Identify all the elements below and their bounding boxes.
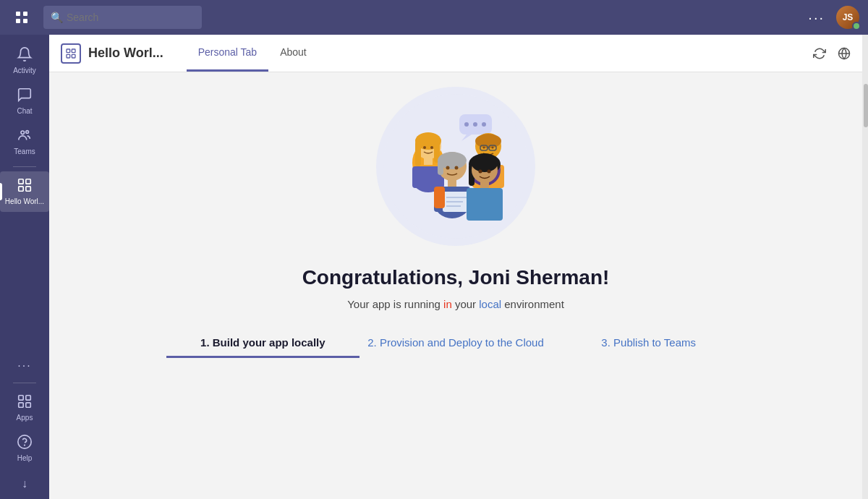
grid-icon[interactable]: [9, 10, 35, 25]
svg-point-63: [472, 155, 498, 172]
illustration: [376, 87, 535, 246]
bottom-arrow-icon: ↓: [22, 477, 27, 490]
refresh-button[interactable]: [813, 47, 826, 60]
svg-point-14: [18, 435, 31, 448]
sidebar-item-chat-label: Chat: [17, 107, 32, 116]
svg-rect-18: [67, 54, 70, 58]
sidebar-item-apps-label: Apps: [17, 414, 33, 422]
congrats-heading: Congratulations, Joni Sherman!: [302, 266, 610, 289]
activity-icon: [17, 46, 33, 64]
svg-point-65: [488, 170, 491, 174]
svg-point-24: [464, 122, 469, 127]
svg-rect-6: [19, 179, 23, 184]
svg-point-51: [455, 166, 459, 170]
app-header-right: [813, 47, 851, 60]
sidebar-item-activity-label: Activity: [13, 67, 36, 75]
svg-rect-35: [424, 158, 433, 165]
main-content: Congratulations, Joni Sherman! Your app …: [49, 72, 862, 499]
step-1[interactable]: 1. Build your app locally: [166, 336, 359, 365]
step-1-label: 1. Build your app locally: [200, 336, 326, 356]
svg-rect-10: [19, 396, 23, 400]
svg-point-34: [430, 146, 433, 149]
app-header: Hello Worl... Personal Tab About: [49, 35, 862, 72]
svg-point-39: [475, 134, 501, 148]
sidebar-item-help-label: Help: [17, 454, 33, 463]
sidebar-item-teams[interactable]: Teams: [0, 121, 49, 162]
svg-point-50: [446, 166, 450, 170]
teams-icon: [17, 127, 33, 145]
tab-personal-tab[interactable]: Personal Tab: [187, 35, 268, 72]
svg-point-64: [479, 170, 482, 174]
svg-rect-16: [67, 49, 70, 53]
svg-point-43: [483, 147, 485, 149]
sidebar-item-help[interactable]: Help: [0, 428, 49, 469]
app-tabs: Personal Tab About: [187, 35, 318, 72]
svg-rect-11: [26, 396, 30, 400]
avatar[interactable]: JS: [836, 6, 859, 29]
svg-rect-8: [19, 187, 23, 191]
svg-point-4: [21, 131, 25, 135]
scrollbar-track[interactable]: [862, 35, 868, 499]
svg-point-26: [482, 122, 486, 127]
step-3[interactable]: 3. Publish to Teams: [552, 336, 745, 365]
scrollbar-thumb[interactable]: [864, 84, 868, 127]
search-wrapper: 🔍: [43, 6, 593, 29]
svg-point-44: [492, 147, 494, 149]
topbar-right: ··· JS: [808, 6, 859, 29]
step-2-underline: [359, 356, 553, 358]
hello-world-icon: [17, 177, 33, 195]
svg-point-25: [473, 122, 477, 127]
svg-rect-13: [26, 403, 30, 407]
sidebar-divider: [13, 166, 36, 167]
avatar-initials: JS: [843, 12, 854, 22]
steps-row: 1. Build your app locally 2. Provision a…: [166, 336, 745, 365]
content-area: Hello Worl... Personal Tab About: [49, 35, 862, 499]
step-2[interactable]: 2. Provision and Deploy to the Cloud: [359, 336, 553, 365]
svg-point-33: [423, 146, 426, 149]
sidebar-item-chat[interactable]: Chat: [0, 81, 49, 121]
topbar: 🔍 ··· JS: [0, 0, 868, 35]
step-3-underline: [552, 356, 745, 358]
main-layout: Activity Chat Teams: [0, 35, 868, 499]
sidebar-divider-2: [13, 383, 36, 383]
svg-rect-2: [16, 19, 20, 23]
step-2-label: 2. Provision and Deploy to the Cloud: [367, 336, 544, 356]
svg-rect-9: [26, 187, 30, 191]
sidebar: Activity Chat Teams: [0, 35, 49, 499]
sidebar-item-activity[interactable]: Activity: [0, 40, 49, 81]
svg-rect-19: [72, 54, 75, 58]
globe-button[interactable]: [838, 47, 851, 60]
svg-rect-67: [467, 188, 503, 221]
sidebar-more-button[interactable]: ···: [17, 354, 31, 378]
app-title: Hello Worl...: [88, 46, 163, 61]
svg-rect-17: [72, 49, 75, 53]
sidebar-bottom-arrow[interactable]: ↓: [0, 474, 49, 493]
svg-point-5: [26, 131, 29, 134]
sidebar-item-hello-world-label: Hello Worl...: [5, 197, 44, 206]
svg-rect-3: [23, 19, 27, 23]
svg-rect-31: [415, 141, 421, 166]
sidebar-item-hello-world[interactable]: Hello Worl...: [0, 171, 49, 212]
apps-icon: [17, 393, 33, 411]
svg-rect-49: [438, 161, 443, 175]
presence-badge: [852, 22, 861, 30]
congrats-subtext: Your app is running in your local enviro…: [347, 298, 564, 310]
svg-rect-0: [16, 12, 20, 16]
svg-rect-68: [434, 187, 445, 208]
tab-about[interactable]: About: [268, 35, 318, 72]
search-input[interactable]: [43, 6, 202, 29]
help-icon: [17, 434, 33, 452]
chat-icon: [17, 87, 33, 105]
svg-rect-12: [19, 403, 23, 407]
svg-rect-7: [26, 179, 30, 184]
more-options-button[interactable]: ···: [808, 9, 825, 26]
sidebar-item-teams-label: Teams: [14, 148, 35, 156]
step-1-underline: [166, 356, 359, 358]
step-3-label: 3. Publish to Teams: [601, 336, 696, 356]
app-icon-box: [61, 43, 81, 64]
sidebar-item-apps[interactable]: Apps: [0, 388, 49, 428]
svg-rect-1: [23, 12, 27, 16]
